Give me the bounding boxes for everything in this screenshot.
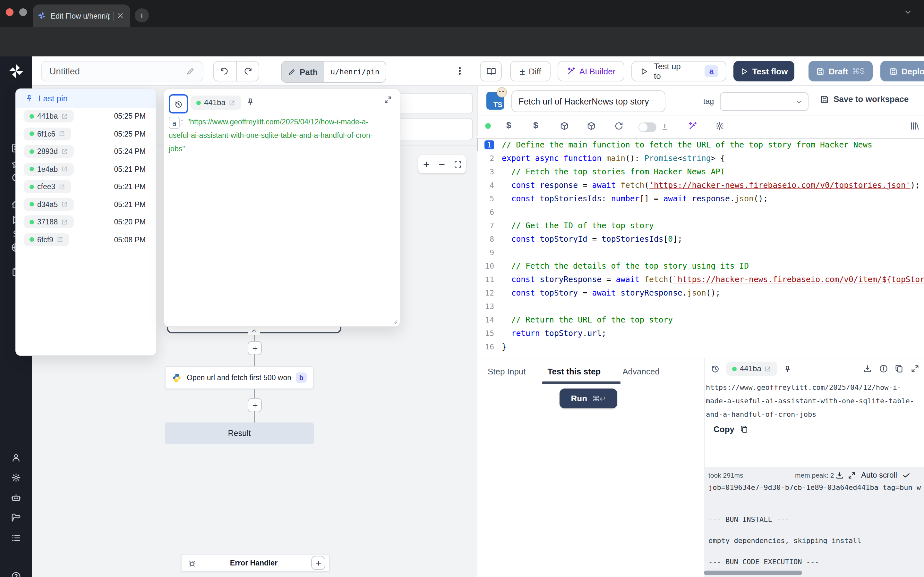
add-step-button-bottom[interactable] bbox=[248, 398, 262, 412]
redo-button[interactable] bbox=[236, 61, 258, 81]
flow-result-node[interactable]: Result bbox=[165, 422, 314, 444]
pin-job-pill[interactable]: 37188 bbox=[24, 215, 74, 228]
code-line[interactable]: 10 // Fetch the details of the top story… bbox=[477, 259, 924, 272]
gear-icon[interactable] bbox=[715, 121, 724, 131]
fullscreen-icon[interactable] bbox=[911, 364, 919, 373]
diff-toggle[interactable] bbox=[638, 122, 656, 132]
flow-step-node[interactable]: Open url and fetch first 500 words of ..… bbox=[165, 366, 314, 389]
code-line[interactable]: 12 const topStory = await storyResponse.… bbox=[477, 286, 924, 300]
more-options-icon[interactable] bbox=[455, 66, 465, 76]
code-line[interactable]: 1// Define the main function to fetch th… bbox=[477, 138, 924, 151]
external-link-icon[interactable] bbox=[58, 183, 65, 190]
close-tab-icon[interactable] bbox=[117, 12, 124, 19]
sidebar-workers-icon[interactable] bbox=[11, 492, 21, 503]
ai-builder-button[interactable]: AI Builder bbox=[557, 61, 624, 81]
ai-wand-icon[interactable] bbox=[688, 121, 698, 131]
pin-row[interactable]: 1e4ab05:21 PM bbox=[24, 162, 148, 176]
refresh-icon[interactable] bbox=[614, 121, 624, 131]
package2-icon[interactable] bbox=[586, 121, 596, 131]
new-tab-button[interactable]: + bbox=[135, 8, 149, 23]
concurrency-icon[interactable]: $ bbox=[533, 121, 538, 130]
sidebar-settings-icon[interactable] bbox=[11, 472, 21, 483]
external-link-icon[interactable] bbox=[61, 113, 68, 119]
code-line[interactable]: 2export async function main(): Promise<s… bbox=[477, 151, 924, 165]
autoscroll-label[interactable]: Auto scroll bbox=[861, 471, 897, 480]
test-up-to-button[interactable]: Test up to a bbox=[632, 61, 726, 81]
package-icon[interactable] bbox=[559, 121, 569, 131]
save-to-workspace-button[interactable]: Save to workspace bbox=[820, 94, 909, 104]
pin-job-pill[interactable]: 1e4ab bbox=[24, 163, 74, 175]
path-edit-button[interactable]: Path bbox=[282, 61, 324, 82]
external-link-icon[interactable] bbox=[764, 365, 772, 372]
pin-row[interactable]: cfee305:21 PM bbox=[24, 179, 148, 193]
pin-row[interactable]: d34a505:21 PM bbox=[24, 197, 148, 211]
popup-job-pill[interactable]: 441ba bbox=[191, 95, 242, 110]
log-panel[interactable]: took 291ms mem peak: 2 Auto scroll job=0… bbox=[704, 467, 924, 577]
sidebar-folders-icon[interactable] bbox=[11, 513, 21, 523]
test-up-to-step-badge[interactable]: a bbox=[705, 65, 718, 77]
external-link-icon[interactable] bbox=[61, 218, 68, 226]
docs-button[interactable] bbox=[480, 61, 502, 81]
windmill-logo[interactable] bbox=[8, 63, 24, 79]
history-icon[interactable] bbox=[711, 364, 720, 373]
zoom-out-icon[interactable] bbox=[438, 160, 446, 168]
code-line[interactable]: 14 // Return the URL of the top story bbox=[477, 313, 924, 326]
external-link-icon[interactable] bbox=[61, 165, 68, 172]
external-link-icon[interactable] bbox=[61, 201, 68, 208]
expand-popup-icon[interactable] bbox=[384, 95, 392, 104]
external-link-icon[interactable] bbox=[61, 148, 68, 155]
tab-search-icon[interactable] bbox=[903, 8, 913, 17]
expand-logs-icon[interactable] bbox=[848, 471, 856, 479]
pin-job-pill[interactable]: 6f1c6 bbox=[24, 127, 71, 140]
code-line[interactable]: 5 const topStoriesIds: number[] = await … bbox=[477, 192, 924, 205]
tab-test-this-step[interactable]: Test this step bbox=[548, 366, 601, 376]
code-line[interactable]: 6 bbox=[477, 205, 924, 219]
external-link-icon[interactable] bbox=[58, 130, 65, 137]
code-line[interactable]: 16} bbox=[477, 340, 924, 353]
code-line[interactable]: 9 bbox=[477, 245, 924, 259]
fit-view-icon[interactable] bbox=[454, 160, 462, 168]
copy-result-button[interactable]: Copy bbox=[714, 424, 748, 434]
add-step-button-top[interactable] bbox=[248, 341, 262, 355]
clipboard-icon[interactable] bbox=[895, 364, 903, 373]
cache-icon[interactable]: $ bbox=[506, 121, 511, 130]
tab-step-input[interactable]: Step Input bbox=[488, 366, 526, 376]
code-line[interactable]: 4 const response = await fetch('https://… bbox=[477, 178, 924, 192]
run-button[interactable]: Run ⌘↵ bbox=[559, 388, 617, 408]
pin-row[interactable]: 6fcf905:08 PM bbox=[24, 232, 148, 247]
pin-job-pill[interactable]: 6fcf9 bbox=[24, 233, 69, 246]
code-line[interactable]: 13 bbox=[477, 300, 924, 313]
sidebar-logs-icon[interactable] bbox=[11, 533, 21, 543]
error-handler-node[interactable]: Error Handler bbox=[181, 554, 330, 572]
plusminus-icon[interactable]: ± bbox=[662, 121, 667, 131]
resize-handle[interactable] bbox=[391, 318, 398, 324]
step-title-input[interactable] bbox=[511, 90, 666, 112]
pin-job-pill[interactable]: 2893d bbox=[24, 145, 74, 158]
sidebar-users-icon[interactable] bbox=[11, 453, 21, 463]
flow-name-field[interactable]: Untitled bbox=[41, 61, 204, 81]
code-line[interactable]: 8 const topStoryId = topStoriesIds[0]; bbox=[477, 232, 924, 245]
info-icon[interactable] bbox=[879, 364, 888, 373]
download-logs-icon[interactable] bbox=[835, 471, 844, 479]
pin-row[interactable]: 6f1c605:25 PM bbox=[24, 127, 148, 141]
result-job-pill[interactable]: 441ba bbox=[726, 362, 777, 376]
pin-row[interactable]: 2893d05:24 PM bbox=[24, 144, 148, 158]
external-link-icon[interactable] bbox=[57, 236, 63, 243]
code-line[interactable]: 11 const storyResponse = await fetch(`ht… bbox=[477, 272, 924, 286]
pin-job-pill[interactable]: d34a5 bbox=[24, 198, 74, 211]
tag-select[interactable] bbox=[720, 92, 809, 111]
pin-row[interactable]: 441ba05:25 PM bbox=[24, 109, 148, 123]
code-line[interactable]: 7 // Get the ID of the top story bbox=[477, 219, 924, 232]
browser-tab[interactable]: Edit Flow u/henri/pin_results bbox=[33, 5, 130, 27]
code-line[interactable]: 3 // Fetch the top stories from Hacker N… bbox=[477, 165, 924, 178]
sidebar-help-icon[interactable] bbox=[11, 571, 21, 577]
minimize-window-button[interactable] bbox=[19, 8, 27, 16]
test-flow-button[interactable]: Test flow bbox=[733, 61, 795, 81]
pin-job-pill[interactable]: 441ba bbox=[24, 110, 74, 122]
external-link-icon[interactable] bbox=[229, 99, 236, 106]
path-chip[interactable]: Path u/henri/pin bbox=[281, 61, 387, 83]
close-window-button[interactable] bbox=[6, 8, 13, 16]
last-pin-header[interactable]: Last pin bbox=[16, 89, 156, 108]
pin-icon[interactable] bbox=[246, 97, 255, 106]
library-icon[interactable] bbox=[910, 121, 919, 131]
